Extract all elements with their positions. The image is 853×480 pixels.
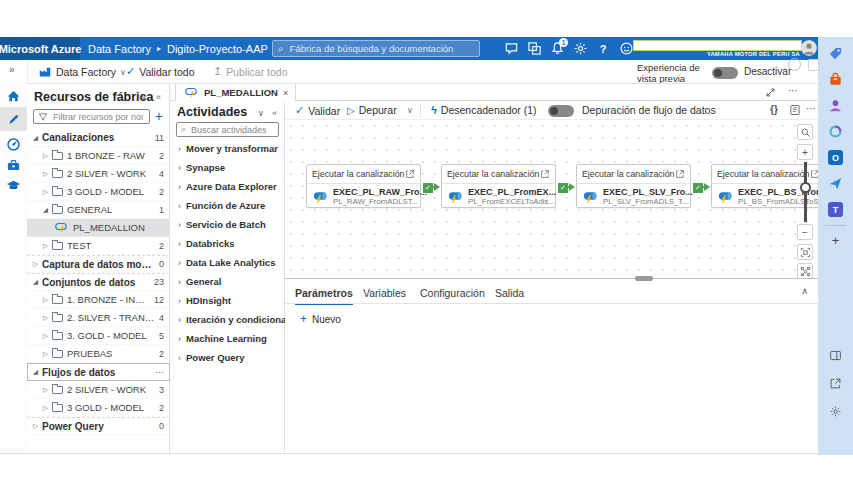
tree-item-1-bronze-ingesta[interactable]: ▷1. BRONZE - INGESTA12: [27, 291, 170, 309]
activities-search[interactable]: ⌕: [176, 122, 279, 137]
expander-icon[interactable]: ◢: [33, 368, 42, 376]
activity-category-iteraci-n-y-condicionales[interactable]: ›Iteración y condicionales: [178, 314, 300, 325]
tree-item-2-silver-work[interactable]: ▷2 SILVER - WORK4: [27, 165, 170, 183]
teams-icon[interactable]: T: [827, 201, 844, 218]
tree-item-captura-de-datos-modific[interactable]: ▷Captura de datos modific...0: [27, 255, 170, 273]
add-resource-button[interactable]: +: [155, 108, 163, 124]
help-icon[interactable]: ?: [595, 41, 611, 57]
breadcrumb-project[interactable]: Digito-Proyecto-AAP: [167, 43, 268, 55]
auto-align-button[interactable]: [797, 263, 813, 279]
nav-learning-cap-icon[interactable]: [0, 173, 27, 197]
tree-item-pruebas[interactable]: ▷PRUEBAS2: [27, 345, 170, 363]
success-output-port[interactable]: ✓: [422, 182, 434, 194]
activity-category-hdinsight[interactable]: ›HDInsight: [178, 295, 231, 306]
shopping-bag-icon[interactable]: [827, 71, 844, 88]
expander-icon[interactable]: ▷: [43, 386, 52, 394]
success-output-port[interactable]: ✓: [557, 182, 569, 194]
activity-category-synapse[interactable]: ›Synapse: [178, 162, 225, 173]
zoom-slider-handle[interactable]: [800, 182, 811, 193]
tree-item-canalizaciones[interactable]: ◢Canalizaciones11: [27, 129, 170, 147]
code-braces-icon[interactable]: {}: [770, 104, 778, 115]
chat-icon[interactable]: [503, 41, 519, 57]
preview-toggle[interactable]: [712, 67, 738, 79]
fit-screen-button[interactable]: [797, 244, 813, 260]
resources-filter-input[interactable]: [51, 111, 145, 123]
global-search-input[interactable]: [288, 42, 474, 55]
validate-all-button[interactable]: ✓ Validar todo: [126, 65, 194, 78]
settings-gear-icon[interactable]: [572, 41, 588, 57]
expander-icon[interactable]: ▷: [43, 170, 52, 178]
expander-icon[interactable]: ▷: [43, 404, 52, 412]
tab-pl-medallion[interactable]: PL_MEDALLION ×: [175, 84, 296, 101]
tree-item-test[interactable]: ▷TEST2: [27, 237, 170, 255]
panel-tab-par-metros[interactable]: Parámetros: [295, 287, 353, 299]
nav-author-pencil-icon[interactable]: [0, 107, 27, 131]
shopping-tag-icon[interactable]: [827, 45, 844, 62]
tree-item-1-bronze-raw[interactable]: ▷1 BRONZE - RAW2: [27, 147, 170, 165]
tree-item-3-gold-model[interactable]: ▷3 GOLD - MODEL2: [27, 399, 170, 417]
collapse-all-icon[interactable]: ∨: [258, 108, 264, 118]
open-pipeline-icon[interactable]: [540, 169, 550, 179]
open-pipeline-icon[interactable]: [405, 169, 415, 179]
success-output-port[interactable]: ✓: [692, 182, 704, 194]
expander-icon[interactable]: ▷: [43, 314, 52, 322]
pipeline-canvas[interactable]: Ejecutar la canalizaciónEXEC_PL_RAW_Fro.…: [285, 120, 818, 278]
activity-category-power-query[interactable]: ›Power Query: [178, 352, 245, 363]
expander-icon[interactable]: ▷: [33, 422, 42, 430]
collapse-panel-icon[interactable]: «: [156, 92, 161, 102]
open-external-icon[interactable]: [827, 375, 844, 392]
refresh-icon[interactable]: [788, 58, 801, 71]
global-search[interactable]: ⌕: [272, 40, 480, 57]
debug-button[interactable]: ▷ Depurar: [347, 104, 397, 116]
designer-icon[interactable]: [827, 123, 844, 140]
expander-icon[interactable]: ▷: [43, 188, 52, 196]
expand-icon[interactable]: [765, 87, 776, 98]
open-pipeline-icon[interactable]: [675, 169, 685, 179]
activity-category-funci-n-de-azure[interactable]: ›Función de Azure: [178, 200, 265, 211]
outlook-icon[interactable]: O: [827, 149, 844, 166]
drop-send-icon[interactable]: [827, 175, 844, 192]
activity-box-2[interactable]: Ejecutar la canalizaciónEXEC_PL_FromEX..…: [441, 164, 556, 208]
new-parameter-button[interactable]: + Nuevo: [300, 312, 341, 326]
side-panel-icon[interactable]: [827, 347, 844, 364]
breadcrumb-root[interactable]: Data Factory: [88, 43, 151, 55]
expander-icon[interactable]: ◢: [33, 134, 42, 142]
zoom-in-button[interactable]: +: [797, 144, 813, 160]
close-icon[interactable]: ×: [283, 88, 288, 98]
azure-brand[interactable]: Microsoft Azure: [0, 37, 80, 60]
expander-icon[interactable]: ▷: [43, 152, 52, 160]
expand-nav-icon[interactable]: »: [9, 64, 15, 75]
avatar[interactable]: [801, 40, 817, 56]
expander-icon[interactable]: ▷: [43, 242, 52, 250]
properties-icon[interactable]: [789, 104, 801, 116]
zoom-out-button[interactable]: −: [797, 224, 813, 240]
collapse-all-icon[interactable]: ∨: [141, 92, 147, 102]
add-sidebar-app-button[interactable]: +: [818, 233, 853, 248]
feedback-grid-icon[interactable]: [808, 59, 820, 71]
tree-item-flujos-de-datos[interactable]: ◢Flujos de datos···: [27, 363, 170, 381]
activity-category-databricks[interactable]: ›Databricks: [178, 238, 235, 249]
tree-item-power-query[interactable]: ▷Power Query0: [27, 417, 170, 435]
expander-icon[interactable]: ▷: [43, 296, 52, 304]
data-factory-menu[interactable]: Data Factory ∨: [38, 65, 126, 79]
feedback-icon[interactable]: [618, 41, 634, 57]
tree-item-2-silver-work[interactable]: ▷2 SILVER - WORK3: [27, 381, 170, 399]
activity-category-mover-y-transformar[interactable]: ›Mover y transformar: [178, 143, 278, 154]
tree-item-pl-medallion[interactable]: PL_MEDALLION: [27, 219, 170, 237]
tree-item-general[interactable]: ◢GENERAL1: [27, 201, 170, 219]
validate-button[interactable]: ✓ Validar: [295, 104, 340, 117]
panel-tab-salida[interactable]: Salida: [495, 287, 524, 299]
notifications-bell-icon[interactable]: 1: [549, 41, 565, 57]
tree-item-2-silver-transfo[interactable]: ▷2. SILVER - TRANSFO...4: [27, 309, 170, 327]
chevron-down-icon[interactable]: ∨: [407, 106, 413, 115]
panel-tab-variables[interactable]: Variables: [363, 287, 406, 299]
resources-filter[interactable]: [33, 109, 150, 124]
expander-icon[interactable]: ▷: [43, 350, 52, 358]
dataflow-debug-toggle[interactable]: [548, 105, 574, 117]
activity-box-3[interactable]: Ejecutar la canalizaciónEXEC_PL_SLV_Fro.…: [576, 164, 691, 208]
activity-category-machine-learning[interactable]: ›Machine Learning: [178, 333, 267, 344]
tree-item-3-gold-model[interactable]: ▷3 GOLD - MODEL2: [27, 183, 170, 201]
expander-icon[interactable]: ◢: [43, 206, 52, 214]
trigger-button[interactable]: ϟ Desencadenador (1): [431, 104, 537, 116]
activity-box-1[interactable]: Ejecutar la canalizaciónEXEC_PL_RAW_Fro.…: [306, 164, 421, 208]
